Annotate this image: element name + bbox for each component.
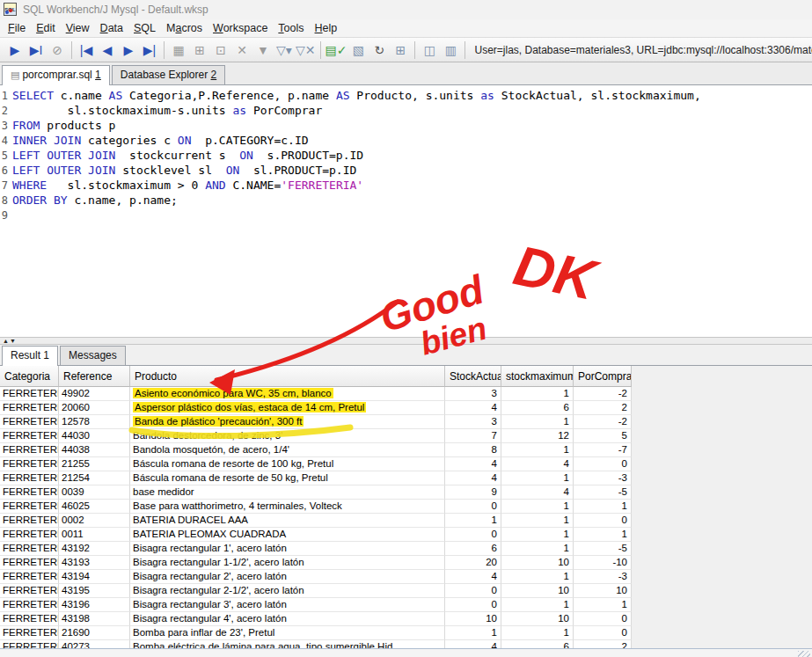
table-cell[interactable]: Báscula romana de resorte de 50 kg, Pret…	[130, 471, 445, 485]
database-icon[interactable]: ◫	[420, 40, 439, 60]
table-cell[interactable]: 1	[501, 387, 574, 401]
column-header-stockactual[interactable]: StockActual	[445, 366, 501, 387]
delete-row-icon[interactable]: ✕	[232, 40, 252, 60]
sql-editor[interactable]: 1SELECT c.name AS Categoria,P.Reference,…	[0, 85, 812, 337]
column-header-producto[interactable]: Producto	[130, 366, 445, 387]
table-cell[interactable]: 0	[574, 626, 632, 640]
table-cell[interactable]: 4	[445, 471, 501, 485]
table-cell[interactable]: 0011	[59, 528, 130, 542]
table-cell[interactable]: 4	[445, 401, 501, 415]
table-cell[interactable]: FERRETERIA	[0, 387, 59, 401]
table-row[interactable]: FERRETERIA21690Bomba para inflar de 23',…	[0, 626, 632, 640]
menu-item-view[interactable]: View	[61, 20, 95, 36]
table-cell[interactable]: base medidor	[130, 485, 445, 500]
table-cell[interactable]: 5	[574, 429, 632, 443]
splitter-arrows-icon[interactable]: ▲▼	[3, 337, 17, 345]
table-row[interactable]: FERRETERIA43192Bisagra rectangular 1', a…	[0, 542, 632, 556]
table-cell[interactable]: Bisagra rectangular 4', acero latón	[130, 612, 445, 626]
table-cell[interactable]: 43193	[59, 556, 130, 570]
table-cell[interactable]: Bisagra rectangular 1', acero latón	[130, 542, 445, 556]
table-cell[interactable]: -7	[574, 443, 632, 457]
table-cell[interactable]: 44030	[59, 429, 130, 443]
table-row[interactable]: FERRETERIA12578Banda de plástico 'precau…	[0, 415, 632, 429]
table-cell[interactable]: 12	[501, 429, 574, 443]
table-cell[interactable]: 1	[574, 528, 632, 542]
table-cell[interactable]: 43196	[59, 598, 130, 612]
horizontal-scrollbar[interactable]	[0, 648, 812, 657]
table-cell[interactable]: 1	[501, 528, 574, 542]
copy-row-icon[interactable]: ⊡	[211, 40, 230, 60]
table-cell[interactable]: 0	[445, 528, 501, 542]
table-cell[interactable]: 1	[501, 514, 574, 528]
table-cell[interactable]: 49902	[59, 387, 130, 401]
table-cell[interactable]: FERRETERIA	[0, 514, 59, 528]
table-cell[interactable]: FERRETERIA	[0, 415, 59, 429]
table-row[interactable]: FERRETERIA0039base medidor94-5	[0, 485, 632, 500]
table-cell[interactable]: Asiento económico para WC, 35 cm, blanco	[130, 387, 445, 401]
table-cell[interactable]: 6	[501, 401, 574, 415]
table-cell[interactable]: 0	[445, 598, 501, 612]
table-row[interactable]: FERRETERIA40273Bomba eléctrica de lámina…	[0, 640, 632, 648]
table-cell[interactable]: 4	[445, 570, 501, 584]
execute-icon[interactable]: ▶	[5, 40, 25, 60]
table-cell[interactable]: 0	[574, 612, 632, 626]
menu-item-tools[interactable]: Tools	[273, 20, 309, 36]
rollback-icon[interactable]: ▧	[348, 40, 368, 60]
code-line[interactable]: 3FROM products p	[0, 118, 812, 133]
table-cell[interactable]: 21255	[59, 457, 130, 471]
tab-database-explorer[interactable]: Database Explorer 2	[112, 65, 225, 84]
table-row[interactable]: FERRETERIA43193Bisagra rectangular 1-1/2…	[0, 556, 632, 570]
table-cell[interactable]: 0039	[59, 485, 130, 500]
table-cell[interactable]: 10	[501, 612, 574, 626]
insert-row-icon[interactable]: ⊞	[190, 40, 209, 60]
table-cell[interactable]: 0	[574, 457, 632, 471]
table-cell[interactable]: 21690	[59, 626, 130, 640]
first-row-icon[interactable]: |◀	[77, 40, 96, 60]
table-cell[interactable]: FERRETERIA	[0, 640, 59, 648]
table-row[interactable]: FERRETERIA43194Bisagra rectangular 2', a…	[0, 570, 632, 584]
filter-dropdown-icon[interactable]: ▽▾	[274, 40, 294, 60]
table-cell[interactable]: Base para watthorimetro, 4 terminales, V…	[130, 500, 445, 514]
code-line[interactable]: 8ORDER BY c.name, p.name;	[0, 193, 812, 208]
table-cell[interactable]: 3	[445, 387, 501, 401]
table-cell[interactable]: 0	[574, 514, 632, 528]
tab-porcomprar-sql[interactable]: ▤porcomprar.sql 1	[2, 65, 110, 85]
table-cell[interactable]: 40273	[59, 640, 130, 648]
table-cell[interactable]: 20	[445, 556, 501, 570]
next-row-icon[interactable]: ▶	[119, 40, 138, 60]
table-cell[interactable]: 20060	[59, 401, 130, 415]
cancel-icon[interactable]: ⊘	[48, 40, 67, 60]
table-cell[interactable]: 46025	[59, 500, 130, 514]
table-cell[interactable]: 1	[445, 514, 501, 528]
table-row[interactable]: FERRETERIA46025Base para watthorimetro, …	[0, 500, 632, 514]
table-cell[interactable]: 7	[445, 429, 501, 443]
commit-icon[interactable]: ▤✓	[326, 40, 347, 60]
table-row[interactable]: FERRETERIA44030Bandola destorcedora, de …	[0, 429, 632, 443]
result-grid[interactable]: FERRETERIA49902Asiento económico para WC…	[0, 387, 632, 648]
table-cell[interactable]: 4	[501, 485, 574, 500]
table-row[interactable]: FERRETERIA0002BATERIA DURACEL AAA110	[0, 514, 632, 528]
table-row[interactable]: FERRETERIA0011BATERIA PLEOMAX CUADRADA01…	[0, 528, 632, 542]
table-cell[interactable]: 0	[445, 500, 501, 514]
table-cell[interactable]: -3	[574, 570, 632, 584]
table-cell[interactable]: Banda de plástico 'precaución', 300 ft	[130, 415, 445, 429]
table-cell[interactable]: 1	[501, 471, 574, 485]
table-cell[interactable]: 44038	[59, 443, 130, 457]
table-cell[interactable]: FERRETERIA	[0, 626, 59, 640]
table-row[interactable]: FERRETERIA43198Bisagra rectangular 4', a…	[0, 612, 632, 626]
code-line[interactable]: 7WHERE sl.stockmaximum > 0 AND C.NAME='F…	[0, 178, 812, 193]
table-cell[interactable]: 1	[574, 500, 632, 514]
execute-current-icon[interactable]: ▶I	[26, 40, 46, 60]
table-cell[interactable]: 1	[501, 598, 574, 612]
table-cell[interactable]: 43195	[59, 584, 130, 598]
table-list-icon[interactable]: ⊞	[391, 40, 410, 60]
table-cell[interactable]: FERRETERIA	[0, 429, 59, 443]
table-cell[interactable]: 1	[501, 542, 574, 556]
table-cell[interactable]: Aspersor plástico dos vías, estaca de 14…	[130, 401, 445, 415]
table-cell[interactable]: 9	[445, 485, 501, 500]
table-cell[interactable]: 4	[445, 457, 501, 471]
column-header-categoria[interactable]: Categoria	[0, 366, 59, 387]
table-cell[interactable]: 1	[445, 626, 501, 640]
code-line[interactable]: 2 sl.stockmaximum-s.units as PorComprar	[0, 103, 812, 118]
column-header-porcomprar[interactable]: PorComprar	[574, 366, 632, 387]
